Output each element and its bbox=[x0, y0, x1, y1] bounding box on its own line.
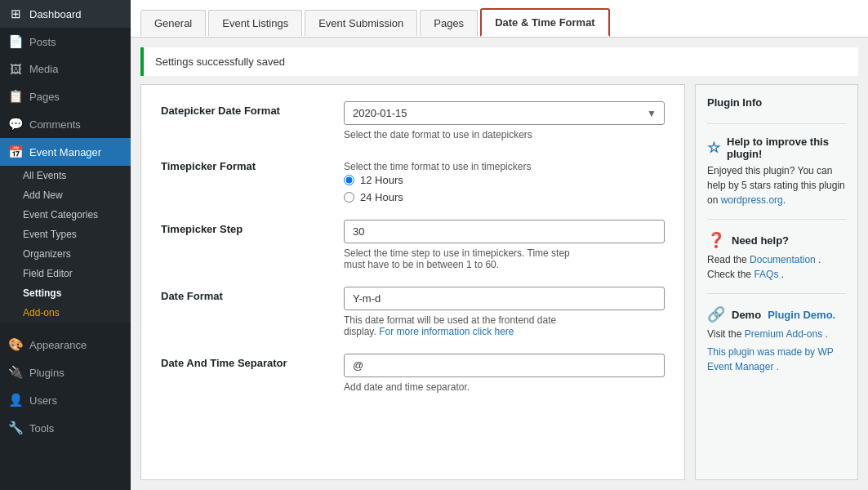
panel-layout: Datepicker Date Format 2020-01-15 01/15/… bbox=[140, 84, 858, 480]
sidebar-item-dashboard[interactable]: ⊞ Dashboard bbox=[0, 0, 131, 28]
sidebar-item-add-ons[interactable]: Add-ons bbox=[0, 303, 131, 323]
event-categories-label: Event Categories bbox=[23, 209, 98, 220]
main-content: General Event Listings Event Submission … bbox=[131, 0, 868, 490]
sidebar-item-label: Posts bbox=[29, 36, 56, 48]
sidebar-item-all-events[interactable]: All Events bbox=[0, 166, 131, 185]
event-manager-icon: 📅 bbox=[8, 145, 23, 159]
premium-add-ons-link[interactable]: Premium Add-ons bbox=[745, 328, 822, 340]
date-format-input[interactable] bbox=[344, 287, 665, 310]
settings-label: Settings bbox=[23, 287, 61, 299]
demo-text: Visit the Premium Add-ons . bbox=[707, 327, 846, 341]
content-area: Settings successfully saved Datepicker D… bbox=[131, 38, 868, 490]
radio-12-hours[interactable]: 12 Hours bbox=[344, 174, 665, 186]
field-label-timepicker-step: Timepicker Step bbox=[161, 220, 324, 235]
demo-icon: 🔗 bbox=[707, 305, 725, 323]
sidebar-item-organizers[interactable]: Organizers bbox=[0, 244, 131, 264]
wordpress-org-link[interactable]: wordpress.org bbox=[721, 194, 783, 206]
radio-12-hours-label: 12 Hours bbox=[360, 174, 403, 186]
sidebar: ⊞ Dashboard 📄 Posts 🖼 Media 📋 Pages 💬 Co… bbox=[0, 0, 131, 490]
plugin-info-need-help: ❓ Need help? Read the Documentation . Ch… bbox=[707, 231, 846, 282]
field-row-timepicker-step: Timepicker Step Select the time step to … bbox=[161, 220, 665, 270]
field-row-date-format: Date Format This date format will be use… bbox=[161, 287, 665, 337]
faqs-link[interactable]: FAQs bbox=[754, 269, 778, 280]
tab-date-time-format[interactable]: Date & Time Format bbox=[480, 8, 610, 37]
plugin-info-demo: 🔗 Demo Plugin Demo. Visit the Premium Ad… bbox=[707, 305, 846, 374]
field-editor-label: Field Editor bbox=[23, 268, 73, 279]
field-row-timepicker-format: Timepicker Format Select the time format… bbox=[161, 157, 665, 203]
sidebar-item-event-manager[interactable]: 📅 Event Manager bbox=[0, 138, 131, 166]
timepicker-step-input[interactable] bbox=[344, 220, 665, 243]
posts-icon: 📄 bbox=[8, 34, 23, 49]
users-icon: 👤 bbox=[8, 393, 23, 408]
demo-header: 🔗 Demo Plugin Demo. bbox=[707, 305, 846, 323]
timepicker-radio-group: 12 Hours 24 Hours bbox=[344, 174, 665, 203]
plugin-info-title: Plugin Info bbox=[707, 96, 846, 109]
tab-pages[interactable]: Pages bbox=[420, 10, 478, 36]
event-types-label: Event Types bbox=[23, 229, 77, 240]
sidebar-item-settings[interactable]: Settings bbox=[0, 283, 131, 303]
comments-icon: 💬 bbox=[8, 117, 23, 131]
tab-event-submission[interactable]: Event Submission bbox=[305, 10, 417, 36]
sidebar-item-posts[interactable]: 📄 Posts bbox=[0, 28, 131, 56]
date-format-more-info-link[interactable]: For more information click here bbox=[379, 326, 514, 337]
datepicker-select-wrapper: 2020-01-15 01/15/2020 15/01/2020 January… bbox=[344, 101, 665, 125]
radio-24-hours-input[interactable] bbox=[344, 192, 354, 203]
date-time-separator-input[interactable] bbox=[344, 354, 665, 377]
plugins-icon: 🔌 bbox=[8, 365, 23, 380]
plugin-demo-link[interactable]: Plugin Demo. bbox=[768, 309, 835, 321]
sidebar-item-label: Media bbox=[29, 63, 58, 75]
sidebar-item-appearance[interactable]: 🎨 Appearance bbox=[0, 331, 131, 359]
demo-title: Demo bbox=[732, 309, 761, 321]
datepicker-date-format-select[interactable]: 2020-01-15 01/15/2020 15/01/2020 January… bbox=[344, 101, 665, 125]
sidebar-item-field-editor[interactable]: Field Editor bbox=[0, 264, 131, 283]
star-icon: ☆ bbox=[707, 139, 720, 157]
datepicker-hint: Select the date format to use in datepic… bbox=[344, 129, 665, 140]
plugins-label: Plugins bbox=[29, 367, 65, 379]
field-label-timepicker: Timepicker Format bbox=[161, 157, 324, 172]
sidebar-item-plugins[interactable]: 🔌 Plugins bbox=[0, 359, 131, 386]
sidebar-item-event-categories[interactable]: Event Categories bbox=[0, 205, 131, 225]
pages-icon: 📋 bbox=[8, 89, 23, 104]
dashboard-icon: ⊞ bbox=[8, 7, 23, 21]
sidebar-item-label: Dashboard bbox=[29, 8, 82, 20]
question-icon: ❓ bbox=[707, 231, 725, 249]
field-content-timepicker-step: Select the time step to use in timepicke… bbox=[344, 220, 665, 270]
help-improve-title: Help to improve this plugin! bbox=[727, 136, 846, 160]
media-icon: 🖼 bbox=[8, 62, 23, 76]
tools-label: Tools bbox=[29, 422, 54, 434]
notice-text: Settings successfully saved bbox=[155, 56, 285, 68]
all-events-label: All Events bbox=[23, 170, 66, 181]
radio-12-hours-input[interactable] bbox=[344, 175, 354, 185]
appearance-icon: 🎨 bbox=[8, 337, 23, 352]
radio-24-hours-label: 24 Hours bbox=[360, 191, 403, 203]
sidebar-item-pages[interactable]: 📋 Pages bbox=[0, 82, 131, 110]
success-notice: Settings successfully saved bbox=[140, 47, 858, 76]
need-help-header: ❓ Need help? bbox=[707, 231, 846, 249]
help-improve-header: ☆ Help to improve this plugin! bbox=[707, 136, 846, 160]
sidebar-item-users[interactable]: 👤 Users bbox=[0, 386, 131, 414]
field-content-date-format: This date format will be used at the fro… bbox=[344, 287, 665, 337]
sidebar-item-media[interactable]: 🖼 Media bbox=[0, 56, 131, 82]
event-manager-submenu: All Events Add New Event Categories Even… bbox=[0, 166, 131, 323]
settings-box: Datepicker Date Format 2020-01-15 01/15/… bbox=[140, 84, 685, 480]
sidebar-item-comments[interactable]: 💬 Comments bbox=[0, 110, 131, 138]
field-row-datepicker-date-format: Datepicker Date Format 2020-01-15 01/15/… bbox=[161, 101, 665, 140]
date-format-hint: This date format will be used at the fro… bbox=[344, 314, 665, 337]
tab-general[interactable]: General bbox=[140, 10, 206, 36]
sidebar-item-tools[interactable]: 🔧 Tools bbox=[0, 414, 131, 442]
made-by-text: This plugin was made by WP Event Manager… bbox=[707, 345, 846, 374]
add-ons-label: Add-ons bbox=[23, 307, 60, 318]
radio-24-hours[interactable]: 24 Hours bbox=[344, 191, 665, 203]
need-help-title: Need help? bbox=[732, 234, 789, 247]
documentation-link[interactable]: Documentation bbox=[750, 254, 816, 265]
sidebar-item-event-types[interactable]: Event Types bbox=[0, 225, 131, 244]
need-help-text: Read the Documentation . Check the FAQs … bbox=[707, 252, 846, 282]
field-content-date-time-separator: Add date and time separator. bbox=[344, 354, 665, 393]
divider-1 bbox=[707, 123, 846, 124]
sidebar-item-label: Event Manager bbox=[29, 146, 101, 158]
date-time-separator-hint: Add date and time separator. bbox=[344, 381, 665, 393]
tab-event-listings[interactable]: Event Listings bbox=[208, 10, 302, 36]
sidebar-item-add-new[interactable]: Add New bbox=[0, 185, 131, 205]
organizers-label: Organizers bbox=[23, 248, 71, 260]
divider-2 bbox=[707, 219, 846, 220]
